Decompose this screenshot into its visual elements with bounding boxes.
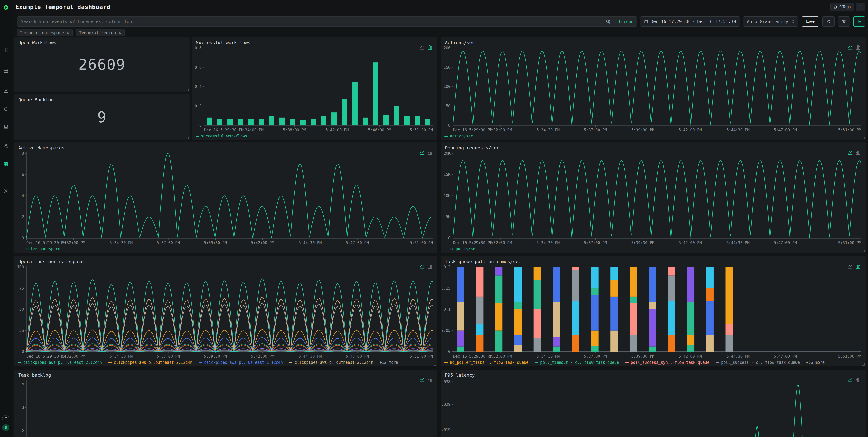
chart-type-toggle [848,150,861,156]
bar-chart-toggle-icon[interactable] [427,150,432,156]
run-query-button[interactable] [853,16,865,27]
sidebar-item-search[interactable] [3,68,9,74]
legend-item[interactable]: no_poller_tasks ..-flow-task-queue [444,360,528,365]
line-chart-toggle-icon[interactable] [848,150,853,156]
svg-text:Dec 16 5:29:30 PM: Dec 16 5:29:30 PM [453,241,492,245]
resize-handle[interactable] [862,137,865,139]
lucene-label[interactable]: Lucene [619,19,633,24]
svg-text:0.029: 0.029 [442,402,451,407]
resize-handle[interactable] [434,363,436,366]
help-button[interactable]: ? [2,415,9,422]
query-language-toggle[interactable]: SQL | Lucene [605,16,633,27]
table-grid-icon [3,68,8,73]
sidebar-item-alerts[interactable] [3,106,9,112]
bar-chart-toggle-icon[interactable] [427,377,432,383]
tags-button[interactable]: 0 Tags [831,3,854,11]
svg-text:5:44:30 PM: 5:44:30 PM [299,354,322,358]
legend-series-label: active namespaces [23,247,63,251]
legend-series-label: clickpipes-aws-p..outheast-2.12c4n [114,360,192,365]
line-chart-toggle-icon[interactable] [848,377,853,383]
resize-handle[interactable] [186,89,189,91]
svg-text:4: 4 [22,382,24,386]
settings-gear-icon [3,189,8,194]
legend-item[interactable]: poll_success · c..-flow-task-queue [716,360,800,365]
legend-more-link[interactable]: +56 more [806,360,825,365]
sidebar-item-service-map[interactable] [3,143,9,149]
legend-item[interactable]: successful workflows [195,134,247,138]
filter-button[interactable] [838,16,850,27]
svg-text:5:51:00 PM: 5:51:00 PM [410,241,433,245]
bar-chart-toggle-icon[interactable] [855,45,861,50]
svg-text:5:37:00 PM: 5:37:00 PM [157,354,180,358]
bar-chart-toggle-icon[interactable] [855,377,861,383]
resize-handle[interactable] [186,137,189,139]
resize-handle[interactable] [434,250,436,252]
chart: 0255075100Dec 16 5:29:30 PM5:32:00 PM5:3… [16,264,436,359]
sql-label[interactable]: SQL [605,19,613,24]
svg-text:5:32:00 PM: 5:32:00 PM [62,241,85,245]
line-chart-toggle-icon[interactable] [419,45,425,50]
legend-item[interactable]: clickpipes-aws-p..-us-east-1.12c4n [199,360,283,365]
svg-text:Dec 16 5:29:30 PM: Dec 16 5:29:30 PM [453,128,492,132]
dashboard-filters: Temporal namespace Temporal region [17,29,125,36]
legend-more-link[interactable]: +12 more [379,360,398,365]
line-chart-toggle-icon[interactable] [848,45,853,50]
bar-chart-toggle-icon[interactable] [427,45,432,50]
svg-text:5:34:30 PM: 5:34:30 PM [110,354,133,358]
svg-text:5:37:00 PM: 5:37:00 PM [584,241,607,245]
svg-text:5:32:00 PM: 5:32:00 PM [62,354,85,358]
chart: 432 [16,378,436,437]
kebab-icon: ⋮ [859,4,863,10]
resize-handle[interactable] [434,137,436,139]
sidebar-item-collapse[interactable] [3,47,9,53]
resize-handle[interactable] [862,250,865,252]
chevron-up-down-icon [67,31,70,35]
svg-text:5:38:00 PM: 5:38:00 PM [283,128,306,132]
metric-value: 9 [97,108,107,126]
sidebar-item-chart-explorer[interactable] [3,88,9,94]
legend-item[interactable]: clickpipes-aws-p..outheast-2.12c4n [108,360,192,365]
legend-item[interactable]: action/sec [444,134,473,138]
svg-text:Dec 16 5:29:30 PM: Dec 16 5:29:30 PM [26,354,66,358]
legend-item[interactable]: requests/sec [444,247,477,251]
live-button[interactable]: Live [802,16,819,27]
resize-handle[interactable] [862,363,865,366]
svg-text:150: 150 [443,65,451,70]
panel-successful-workflows: Successful workflows 00.20.40.60.8Dec 16… [192,37,437,140]
line-chart-toggle-icon[interactable] [419,150,425,156]
legend-item[interactable]: clickpipes-aws-p..outheast-2.12c4n [289,360,373,365]
panel-active-namespaces: Active Namespaces 02468Dec 16 5:29:30 PM… [14,143,437,253]
divider: | [615,19,617,24]
svg-text:75: 75 [20,286,24,290]
legend-item[interactable]: poll_timeout · c..-flow-task-queue [535,360,619,365]
filter-temporal-namespace[interactable]: Temporal namespace [17,29,72,36]
svg-text:0.05: 0.05 [442,328,451,333]
sidebar-item-settings[interactable] [3,188,9,194]
legend-series-dash [108,362,112,363]
bar-chart-toggle-icon[interactable] [427,264,432,269]
filter-temporal-region[interactable]: Temporal region [76,29,125,36]
panel-pending-requests: Pending requests/sec 05K10K15K20KDec 16 … [441,143,866,253]
line-chart-toggle-icon[interactable] [419,377,425,383]
legend-series-label: action/sec [450,134,473,138]
legend-item[interactable]: poll_success_syn..-flow-task-queue [625,360,709,365]
line-chart-toggle-icon[interactable] [419,264,425,269]
search-input[interactable] [17,16,637,27]
sidebar-item-dashboards[interactable] [3,161,9,167]
refresh-button[interactable] [822,16,835,27]
legend-item[interactable]: active namespaces [18,247,63,251]
granularity-select[interactable]: Auto Granularity [743,16,798,27]
sidebar-item-sessions[interactable] [3,124,9,130]
legend-series-dash [289,362,292,363]
filter-funnel-icon [842,20,846,24]
logo-hexagon-bolt-icon[interactable] [2,4,10,11]
bar-chart-toggle-icon[interactable] [855,264,861,269]
time-range-picker[interactable]: Dec 16 17:29:30 - Dec 16 17:51:30 [640,16,740,27]
line-chart-toggle-icon[interactable] [848,264,853,269]
chart-type-toggle [419,45,432,50]
panel-menu-button[interactable]: ⋮ [856,3,865,11]
svg-text:5:51:00 PM: 5:51:00 PM [838,354,861,358]
legend-item[interactable]: clickpipes-aws-p..-us-east-2.12c4n [18,360,102,365]
avatar[interactable]: D [2,424,9,431]
bar-chart-toggle-icon[interactable] [855,150,861,156]
